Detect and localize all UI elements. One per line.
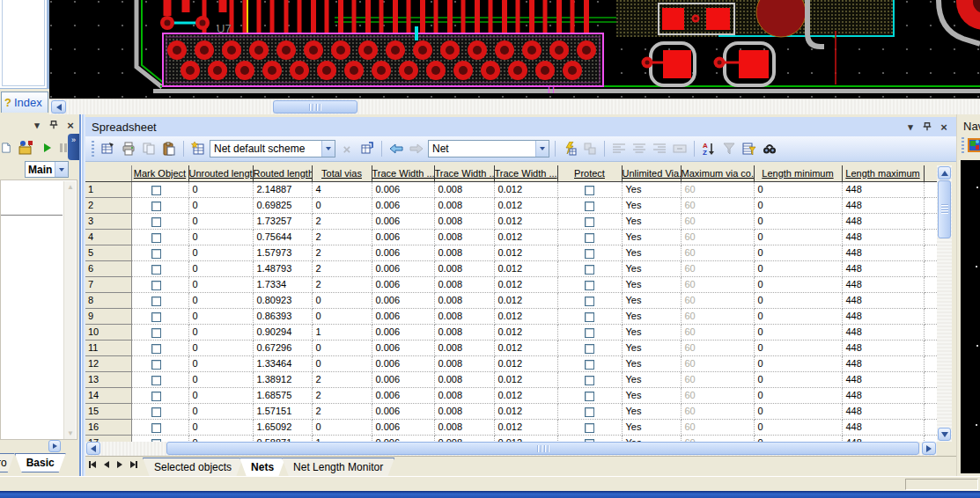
table-row[interactable]: 1000.9029410.0060.0080.012Yes600448 [85,324,937,340]
navigator-viewport[interactable] [961,160,980,473]
table-cell[interactable]: 1.57151 [253,403,312,419]
spreadsheet-titlebar[interactable]: Spreadsheet ▾ × [85,117,956,136]
table-cell[interactable]: 0.006 [372,340,434,355]
table-cell[interactable]: 2.14887 [253,181,312,197]
mark-object-checkbox[interactable] [151,376,161,385]
table-row[interactable]: 102.1488740.0060.0080.012Yes600448 [85,181,937,197]
net-spreadsheet[interactable]: Mark ObjectUnrouted lengthRouted lengthT… [85,165,937,442]
protect-checkbox[interactable] [585,201,594,211]
table-cell[interactable]: 0.008 [434,371,494,387]
table-cell[interactable]: 0 [754,276,842,292]
first-tab-button[interactable] [89,461,96,468]
table-cell[interactable]: 0 [754,181,842,197]
table-cell[interactable]: 0 [754,229,842,245]
table-cell[interactable]: 0.012 [494,324,557,340]
mark-object-checkbox[interactable] [151,328,161,338]
table-cell[interactable]: 0 [754,245,842,260]
row-header[interactable]: 8 [85,292,131,308]
table-cell[interactable]: 60 [681,371,754,387]
table-cell[interactable]: Yes [622,419,681,435]
scroll-down-button[interactable] [938,428,951,441]
table-cell[interactable]: 0 [188,260,253,276]
table-cell[interactable]: 2 [312,276,372,292]
scroll-left-button[interactable] [86,442,100,455]
table-cell[interactable]: 0.012 [494,197,557,213]
table-cell[interactable]: 0.008 [434,308,494,324]
row-header[interactable]: 10 [85,324,131,340]
document-icon[interactable] [1,139,11,157]
sheet-edit-icon[interactable] [99,140,117,157]
table-cell[interactable]: 0.012 [494,308,557,324]
table-cell[interactable]: 0 [754,387,842,403]
table-cell[interactable]: 0 [188,371,253,387]
table-cell[interactable]: 0 [188,324,253,340]
close-icon[interactable]: × [939,121,949,132]
table-cell[interactable]: Yes [622,355,681,371]
menu-down-icon[interactable]: ▾ [905,121,916,132]
table-cell[interactable]: 0.006 [372,387,434,403]
copy-icon[interactable] [140,140,158,157]
table-cell[interactable]: 0 [754,435,842,442]
table-cell[interactable]: 60 [681,308,754,324]
table-cell[interactable]: 0.008 [434,260,494,276]
table-cell[interactable]: 0.75644 [253,229,312,245]
table-cell[interactable]: 0.012 [494,181,557,197]
table-row[interactable]: 1301.3891220.0060.0080.012Yes600448 [85,371,937,387]
new-scheme-icon[interactable] [189,140,207,157]
group-icon[interactable] [581,140,599,157]
table-cell[interactable]: 0.012 [494,276,557,292]
close-icon[interactable]: × [65,120,76,130]
table-row[interactable]: 200.6982500.0060.0080.012Yes600448 [85,197,937,213]
table-cell[interactable]: 0 [754,371,842,387]
table-cell[interactable]: 0.006 [372,419,434,435]
table-row[interactable]: 800.8092300.0060.0080.012Yes600448 [85,292,937,308]
table-cell[interactable]: 0 [312,292,372,308]
table-cell[interactable]: 0.012 [494,387,557,403]
row-header[interactable]: 16 [85,419,131,435]
table-cell[interactable]: 448 [842,403,924,419]
table-cell[interactable]: 0.008 [434,276,494,292]
table-cell[interactable]: 0 [188,308,253,324]
table-cell[interactable]: 2 [312,229,372,245]
table-cell[interactable]: 1.38912 [253,371,312,387]
row-header[interactable]: 11 [85,340,131,355]
table-cell[interactable]: 0 [188,340,253,355]
spreadsheet-hscrollbar[interactable] [85,442,937,456]
macro-list-vscrollbar[interactable]: ▲ ▼ [63,181,76,439]
table-cell[interactable]: Yes [622,371,681,387]
table-cell[interactable]: Yes [622,435,681,442]
protect-checkbox[interactable] [585,186,594,195]
table-cell[interactable]: 0.90294 [253,324,312,340]
next-tab-button[interactable] [117,461,122,468]
table-cell[interactable]: 0 [188,419,253,435]
table-cell[interactable]: 0.008 [434,419,494,435]
table-row[interactable]: 1100.6729600.0060.0080.012Yes600448 [85,340,937,355]
row-header[interactable]: 9 [85,308,131,324]
dock-edge[interactable] [79,114,85,476]
table-cell[interactable]: 448 [842,435,924,442]
protect-checkbox[interactable] [585,344,594,354]
row-header[interactable]: 4 [85,229,131,245]
column-header-trace-width[interactable]: Trace Width ... [372,165,434,181]
protect-checkbox[interactable] [585,249,594,259]
table-cell[interactable]: 0.006 [372,403,434,419]
pcb-hscrollbar[interactable] [49,99,980,114]
protect-checkbox[interactable] [585,376,594,385]
table-cell[interactable]: 448 [842,387,924,403]
table-row[interactable]: 1501.5715120.0060.0080.012Yes600448 [85,403,937,419]
table-cell[interactable]: 0.008 [434,245,494,260]
table-row[interactable]: 1401.6857520.0060.0080.012Yes600448 [85,387,937,403]
last-tab-button[interactable] [130,461,137,468]
table-cell[interactable]: Yes [622,308,681,324]
table-cell[interactable]: 0 [754,355,842,371]
row-header[interactable]: 3 [85,213,131,229]
row-header[interactable]: 15 [85,403,131,419]
table-cell[interactable]: 2 [312,387,372,403]
sort-icon[interactable]: AZ [700,140,718,157]
sheet-tab-net-length-monitor[interactable]: Net Length Monitor [282,458,394,477]
table-cell[interactable]: 2 [312,371,372,387]
scroll-right-button[interactable] [922,442,936,455]
table-cell[interactable]: 448 [842,229,924,245]
table-cell[interactable]: 60 [681,403,754,419]
table-cell[interactable]: 0 [188,213,253,229]
